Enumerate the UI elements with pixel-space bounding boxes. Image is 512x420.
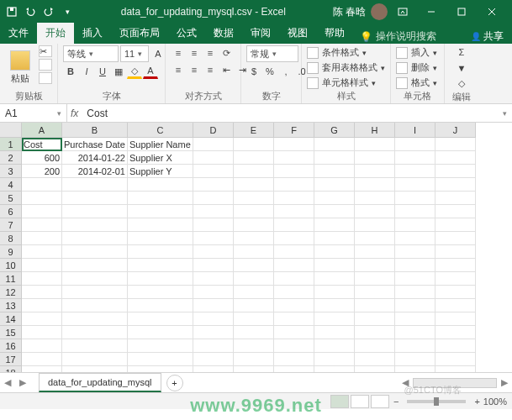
align-bottom-button[interactable]: ≡ <box>203 45 218 60</box>
sheet-nav-prev[interactable]: ◀ <box>0 373 15 392</box>
cell[interactable] <box>62 259 128 272</box>
row-header[interactable]: 17 <box>0 353 22 366</box>
row-header[interactable]: 7 <box>0 218 22 232</box>
cell[interactable] <box>395 259 435 272</box>
row-header[interactable]: 14 <box>0 312 22 326</box>
cell[interactable] <box>274 205 314 218</box>
cell[interactable] <box>22 366 62 372</box>
row-header[interactable]: 15 <box>0 326 22 339</box>
tab-layout[interactable]: 页面布局 <box>111 23 168 44</box>
cell[interactable] <box>435 353 476 366</box>
row-header[interactable]: 12 <box>0 286 22 299</box>
cell-styles-button[interactable]: 单元格样式 ▾ <box>307 76 385 90</box>
cell[interactable] <box>395 232 435 245</box>
align-middle-button[interactable]: ≡ <box>187 45 202 60</box>
conditional-format-button[interactable]: 条件格式 ▾ <box>307 45 385 60</box>
column-header[interactable]: F <box>274 123 314 138</box>
cell[interactable] <box>435 245 476 259</box>
cell[interactable] <box>22 353 62 366</box>
cell[interactable] <box>395 312 435 326</box>
cell[interactable] <box>128 312 193 326</box>
cell[interactable] <box>274 138 314 151</box>
formula-expand-icon[interactable]: ▾ <box>498 109 512 118</box>
tab-file[interactable]: 文件 <box>0 23 37 44</box>
cell[interactable] <box>22 299 62 312</box>
cell[interactable] <box>274 353 314 366</box>
cell[interactable] <box>435 366 476 372</box>
cell[interactable] <box>355 339 395 353</box>
redo-icon[interactable] <box>42 5 55 18</box>
autosave-icon[interactable] <box>5 5 18 18</box>
tab-insert[interactable]: 插入 <box>74 23 111 44</box>
cell[interactable] <box>193 299 234 312</box>
cell[interactable] <box>128 232 193 245</box>
cell[interactable] <box>234 205 274 218</box>
cell[interactable] <box>234 326 274 339</box>
format-as-table-button[interactable]: 套用表格格式 ▾ <box>307 60 385 75</box>
cell[interactable] <box>62 299 128 312</box>
cell[interactable] <box>314 312 355 326</box>
row-header[interactable]: 5 <box>0 192 22 205</box>
cell[interactable] <box>395 326 435 339</box>
add-sheet-button[interactable]: + <box>166 375 183 391</box>
delete-cells-button[interactable]: 删除 ▾ <box>396 60 437 75</box>
cell[interactable] <box>193 138 234 151</box>
cell[interactable] <box>234 178 274 192</box>
cell[interactable] <box>314 286 355 299</box>
cell[interactable] <box>62 218 128 232</box>
cell[interactable] <box>128 245 193 259</box>
cell[interactable] <box>234 286 274 299</box>
cell[interactable] <box>314 245 355 259</box>
sheet-tab[interactable]: data_for_updating_mysql <box>39 373 161 392</box>
cell[interactable] <box>435 326 476 339</box>
cell[interactable] <box>314 151 355 165</box>
cell[interactable] <box>128 286 193 299</box>
cell[interactable] <box>128 366 193 372</box>
row-header[interactable]: 16 <box>0 339 22 353</box>
cell[interactable] <box>128 353 193 366</box>
cell[interactable] <box>355 165 395 178</box>
format-cells-button[interactable]: 格式 ▾ <box>396 76 437 90</box>
cell[interactable] <box>62 366 128 372</box>
cell[interactable] <box>274 272 314 286</box>
cell[interactable] <box>62 178 128 192</box>
cut-button[interactable]: ✂ <box>39 45 52 57</box>
align-left-button[interactable]: ≡ <box>171 62 186 77</box>
autosum-button[interactable]: Σ <box>454 45 469 60</box>
cell[interactable] <box>22 245 62 259</box>
select-all-button[interactable] <box>0 123 22 138</box>
column-header[interactable]: G <box>314 123 355 138</box>
tab-view[interactable]: 视图 <box>279 23 316 44</box>
cell[interactable] <box>355 218 395 232</box>
cell[interactable] <box>314 232 355 245</box>
fill-color-button[interactable]: ◇ <box>127 64 142 79</box>
scroll-right-button[interactable]: ▶ <box>497 373 512 392</box>
cell[interactable] <box>234 339 274 353</box>
cell[interactable] <box>395 138 435 151</box>
cell[interactable]: 600 <box>22 151 62 165</box>
row-header[interactable]: 11 <box>0 272 22 286</box>
tab-formulas[interactable]: 公式 <box>168 23 205 44</box>
cell[interactable]: Supplier X <box>128 151 193 165</box>
cell[interactable] <box>62 312 128 326</box>
cell[interactable] <box>128 205 193 218</box>
cell[interactable] <box>193 339 234 353</box>
row-header[interactable]: 13 <box>0 299 22 312</box>
cell[interactable] <box>435 272 476 286</box>
cell[interactable] <box>193 286 234 299</box>
cell[interactable] <box>314 272 355 286</box>
cell[interactable] <box>274 151 314 165</box>
ribbon-options-icon[interactable] <box>396 5 409 18</box>
cell[interactable] <box>355 299 395 312</box>
cell[interactable] <box>274 245 314 259</box>
cell[interactable] <box>128 339 193 353</box>
cell[interactable] <box>22 312 62 326</box>
cell[interactable] <box>355 366 395 372</box>
scroll-left-button[interactable]: ◀ <box>398 373 413 392</box>
cell[interactable] <box>22 178 62 192</box>
cell[interactable] <box>193 312 234 326</box>
cell[interactable] <box>435 138 476 151</box>
cell[interactable] <box>274 178 314 192</box>
underline-button[interactable]: U <box>95 64 110 79</box>
tab-data[interactable]: 数据 <box>205 23 242 44</box>
